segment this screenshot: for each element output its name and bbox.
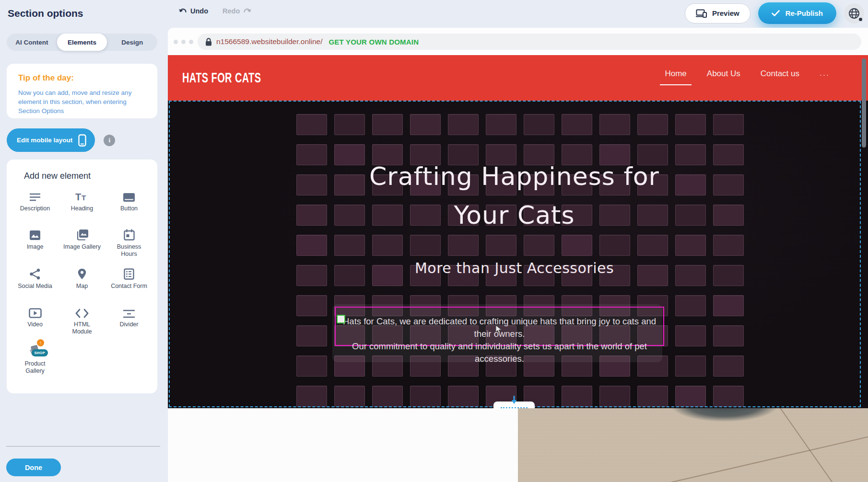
tile-grout-line [622,424,868,482]
upgrade-arrow-icon: ↑ [37,339,44,346]
check-icon [772,10,780,16]
element-divider[interactable]: Divider [106,304,152,335]
preview-canvas: n1566589.websitebuilder.online/ GET YOUR… [168,28,868,482]
page-title: Section options [8,8,83,19]
panel-tabs: AI Content Elements Design [7,34,157,51]
tip-body: Now you can add, move and resize any ele… [18,88,138,115]
language-globe-button[interactable] [844,3,864,23]
sidebar-divider [6,446,160,447]
tip-title: Tip of the day: [18,73,146,83]
globe-notification-dot [859,18,862,21]
done-button[interactable]: Done [6,459,61,476]
element-map[interactable]: Map [59,265,106,296]
image-gallery-icon [76,226,89,241]
selection-drag-handle[interactable] [337,315,345,323]
element-social-media[interactable]: Social Media [12,265,59,296]
tab-elements[interactable]: Elements [57,34,107,51]
redo-icon [243,8,252,14]
republish-label: Re-Publish [786,9,823,17]
hero-subheading[interactable]: More than Just Accessories [168,260,861,276]
element-product-gallery[interactable]: SHOP ↑ Product Gallery [12,343,59,375]
social-media-icon [29,265,41,280]
element-image[interactable]: Image [12,226,59,258]
element-video[interactable]: Video [12,304,59,335]
tab-design[interactable]: Design [107,34,157,51]
edit-mobile-layout-button[interactable]: Edit mobile layout [7,128,95,152]
svg-text:T: T [75,192,81,202]
republish-button[interactable]: Re-Publish [758,2,836,24]
next-section[interactable] [168,408,868,482]
contact-form-icon [124,265,134,280]
next-section-background [168,408,518,482]
undo-icon [178,8,187,14]
add-element-title: Add new element [24,171,152,181]
hero-overlay: Crafting Happiness forYour Cats More tha… [168,101,861,408]
tile-grout-line [765,408,837,482]
get-domain-link[interactable]: GET YOUR OWN DOMAIN [328,38,419,46]
button-icon [123,188,135,202]
image-icon [29,226,41,241]
business-hours-icon [124,226,135,241]
description-icon [29,188,41,202]
scrollbar-thumb[interactable] [862,58,866,148]
redo-button[interactable]: Redo [223,7,252,15]
edit-mobile-label: Edit mobile layout [17,137,72,144]
floor-photo [518,408,868,482]
svg-text:T: T [82,194,86,202]
site-url: n1566589.websitebuilder.online/ [216,37,322,46]
html-module-icon [75,304,89,318]
redo-label: Redo [223,7,240,15]
hero-body-text: Hats for Cats, we are dedicated to craft… [336,315,663,365]
undo-label: Undo [190,7,208,15]
heading-icon: TT [75,188,89,202]
window-controls [174,40,193,44]
element-grid: Description TT Heading Button [12,188,152,375]
site-header[interactable]: HATS FOR CATS Home About Us Contact us ·… [168,55,868,101]
lock-icon [205,38,212,46]
devices-icon [696,9,707,18]
app-root: Section options Undo Redo Preview [0,0,868,482]
product-gallery-icon: SHOP ↑ [29,343,41,357]
arrow-down-icon [511,396,517,404]
element-heading[interactable]: TT Heading [59,188,106,218]
divider-icon [123,304,135,318]
hero-section[interactable]: Crafting Happiness forYour Cats More tha… [168,101,868,408]
undo-button[interactable]: Undo [178,7,208,15]
site-viewport: HATS FOR CATS Home About Us Contact us ·… [168,55,868,482]
tab-ai-content[interactable]: AI Content [7,34,57,51]
browser-chrome: n1566589.websitebuilder.online/ GET YOUR… [168,28,868,55]
preview-label: Preview [712,9,739,17]
nav-home[interactable]: Home [665,69,686,80]
nav-contact-us[interactable]: Contact us [761,69,799,80]
section-options-sidebar: AI Content Elements Design Tip of the da… [0,28,168,482]
add-element-panel: Add new element Description TT Heading [7,160,157,393]
info-icon[interactable]: i [104,135,115,146]
tip-card: Tip of the day: Now you can add, move an… [7,64,157,118]
top-right-actions: Preview Re-Publish [685,2,864,24]
element-button[interactable]: Button [106,188,152,218]
map-icon [78,265,86,280]
element-description[interactable]: Description [12,188,59,218]
element-html-module[interactable]: HTML Module [59,304,106,335]
globe-icon [848,7,860,20]
hero-heading[interactable]: Crafting Happiness forYour Cats [168,157,861,235]
site-logo[interactable]: HATS FOR CATS [182,70,261,86]
section-resize-handle[interactable] [493,402,535,408]
element-image-gallery[interactable]: Image Gallery [59,226,106,258]
top-bar: Section options Undo Redo Preview [0,0,868,28]
element-contact-form[interactable]: Contact Form [106,265,152,296]
nav-about-us[interactable]: About Us [707,69,740,80]
edit-mobile-row: Edit mobile layout i [7,128,115,152]
mouse-cursor [495,325,502,334]
shop-badge: SHOP [32,349,48,356]
nav-more-menu[interactable]: ··· [820,70,830,79]
phone-icon [78,134,86,147]
undo-redo-group: Undo Redo [178,7,252,15]
element-business-hours[interactable]: Business Hours [106,226,152,258]
video-icon [29,304,42,318]
url-bar[interactable]: n1566589.websitebuilder.online/ GET YOUR… [198,34,861,50]
preview-button[interactable]: Preview [685,3,751,23]
site-nav: Home About Us Contact us ··· [665,69,830,80]
